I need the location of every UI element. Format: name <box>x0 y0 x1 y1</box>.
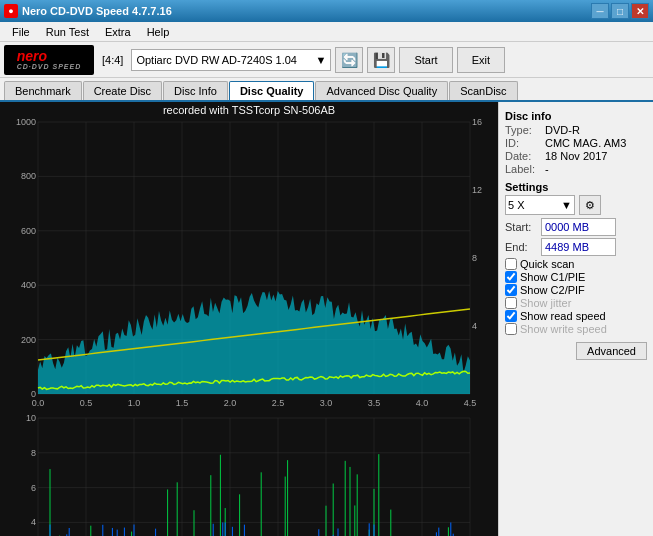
speed-indicator: [4:4] <box>98 54 127 66</box>
tab-scandisc[interactable]: ScanDisc <box>449 81 517 100</box>
tabbar: Benchmark Create Disc Disc Info Disc Qua… <box>0 78 653 102</box>
close-button[interactable]: ✕ <box>631 3 649 19</box>
speed-combo[interactable]: 5 X ▼ <box>505 195 575 215</box>
type-value: DVD-R <box>545 124 580 136</box>
titlebar-title: Nero CD-DVD Speed 4.7.7.16 <box>22 5 172 17</box>
label-value: - <box>545 163 549 175</box>
refresh-button[interactable]: 🔄 <box>335 47 363 73</box>
tab-advanced-disc-quality[interactable]: Advanced Disc Quality <box>315 81 448 100</box>
start-input-label: Start: <box>505 221 537 233</box>
show-c1-pie-checkbox[interactable] <box>505 271 517 283</box>
save-button[interactable]: 💾 <box>367 47 395 73</box>
show-c2-pif-checkbox[interactable] <box>505 284 517 296</box>
id-label: ID: <box>505 137 543 149</box>
show-c1-pie-label: Show C1/PIE <box>520 271 585 283</box>
start-button[interactable]: Start <box>399 47 452 73</box>
chart-title: recorded with TSSTcorp SN-506AB <box>0 102 498 118</box>
charts-wrapper: recorded with TSSTcorp SN-506AB <box>0 102 498 536</box>
menu-file[interactable]: File <box>4 24 38 40</box>
app-icon: ● <box>4 4 18 18</box>
minimize-button[interactable]: ─ <box>591 3 609 19</box>
menu-help[interactable]: Help <box>139 24 178 40</box>
settings-icon-btn[interactable]: ⚙ <box>579 195 601 215</box>
end-input[interactable]: 4489 MB <box>541 238 616 256</box>
menu-extra[interactable]: Extra <box>97 24 139 40</box>
lower-chart <box>0 414 498 536</box>
start-input[interactable]: 0000 MB <box>541 218 616 236</box>
show-write-speed-checkbox[interactable] <box>505 323 517 335</box>
nero-logo: nero CD·DVD SPEED <box>4 45 94 75</box>
show-jitter-label: Show jitter <box>520 297 571 309</box>
id-value: CMC MAG. AM3 <box>545 137 626 149</box>
quick-scan-label: Quick scan <box>520 258 574 270</box>
titlebar: ● Nero CD-DVD Speed 4.7.7.16 ─ □ ✕ <box>0 0 653 22</box>
disc-info-title: Disc info <box>505 110 647 122</box>
exit-button[interactable]: Exit <box>457 47 505 73</box>
show-read-speed-checkbox[interactable] <box>505 310 517 322</box>
tab-benchmark[interactable]: Benchmark <box>4 81 82 100</box>
upper-chart <box>0 118 498 414</box>
tab-create-disc[interactable]: Create Disc <box>83 81 162 100</box>
show-read-speed-label: Show read speed <box>520 310 606 322</box>
toolbar: nero CD·DVD SPEED [4:4] Optiarc DVD RW A… <box>0 42 653 78</box>
end-input-label: End: <box>505 241 537 253</box>
date-value: 18 Nov 2017 <box>545 150 607 162</box>
settings-title: Settings <box>505 181 647 193</box>
advanced-button[interactable]: Advanced <box>576 342 647 360</box>
date-label: Date: <box>505 150 543 162</box>
show-write-speed-label: Show write speed <box>520 323 607 335</box>
maximize-button[interactable]: □ <box>611 3 629 19</box>
drive-selector[interactable]: Optiarc DVD RW AD-7240S 1.04 ▼ <box>131 49 331 71</box>
show-c2-pif-label: Show C2/PIF <box>520 284 585 296</box>
tab-disc-quality[interactable]: Disc Quality <box>229 81 315 100</box>
tab-disc-info[interactable]: Disc Info <box>163 81 228 100</box>
type-label: Type: <box>505 124 543 136</box>
menu-run-test[interactable]: Run Test <box>38 24 97 40</box>
show-jitter-checkbox[interactable] <box>505 297 517 309</box>
content-area: recorded with TSSTcorp SN-506AB Disc inf… <box>0 102 653 536</box>
quick-scan-checkbox[interactable] <box>505 258 517 270</box>
menubar: File Run Test Extra Help <box>0 22 653 42</box>
right-panel: Disc info Type: DVD-R ID: CMC MAG. AM3 D… <box>498 102 653 536</box>
label-label: Label: <box>505 163 543 175</box>
